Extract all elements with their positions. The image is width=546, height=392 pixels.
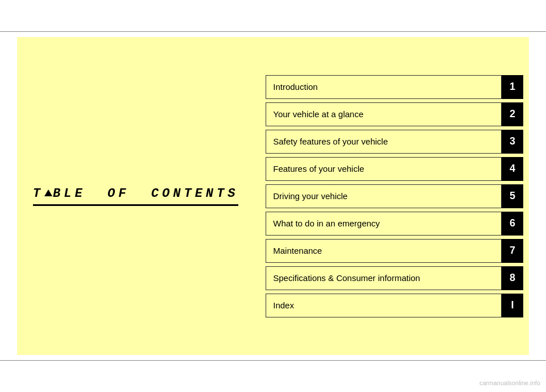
toc-item-number: 2 <box>502 102 523 126</box>
toc-item-label: Safety features of your vehicle <box>266 130 502 154</box>
toc-row[interactable]: Your vehicle at a glance2 <box>266 102 523 126</box>
toc-item-label: Introduction <box>266 75 502 99</box>
toc-row[interactable]: What to do in an emergency6 <box>266 212 523 236</box>
bottom-divider <box>0 360 546 361</box>
toc-title: TBLE OF CONTENTS <box>33 187 239 206</box>
toc-item-number: 5 <box>502 184 523 208</box>
toc-item-label: Features of your vehicle <box>266 157 502 181</box>
toc-row[interactable]: Introduction1 <box>266 75 523 99</box>
top-divider <box>0 31 546 32</box>
toc-list: Introduction1Your vehicle at a glance2Sa… <box>254 64 529 329</box>
watermark: carmanualsonline.info <box>479 379 540 386</box>
toc-item-label: Index <box>266 294 502 317</box>
toc-row[interactable]: Features of your vehicle4 <box>266 157 523 181</box>
toc-item-number: 4 <box>502 157 523 181</box>
toc-item-label: What to do in an emergency <box>266 212 502 236</box>
main-content: TBLE OF CONTENTS Introduction1Your vehic… <box>17 37 529 355</box>
toc-row[interactable]: IndexI <box>266 294 523 317</box>
toc-item-number: I <box>502 294 523 317</box>
toc-row[interactable]: Safety features of your vehicle3 <box>266 130 523 154</box>
toc-item-number: 8 <box>502 266 523 290</box>
toc-item-number: 3 <box>502 130 523 154</box>
toc-item-label: Specifications & Consumer information <box>266 266 502 290</box>
toc-item-number: 1 <box>502 75 523 99</box>
toc-item-label: Maintenance <box>266 239 502 263</box>
toc-item-label: Your vehicle at a glance <box>266 102 502 126</box>
toc-row[interactable]: Specifications & Consumer information8 <box>266 266 523 290</box>
toc-row[interactable]: Maintenance7 <box>266 239 523 263</box>
toc-item-number: 6 <box>502 212 523 236</box>
toc-item-label: Driving your vehicle <box>266 184 502 208</box>
toc-item-number: 7 <box>502 239 523 263</box>
toc-row[interactable]: Driving your vehicle5 <box>266 184 523 208</box>
left-panel: TBLE OF CONTENTS <box>17 175 254 217</box>
